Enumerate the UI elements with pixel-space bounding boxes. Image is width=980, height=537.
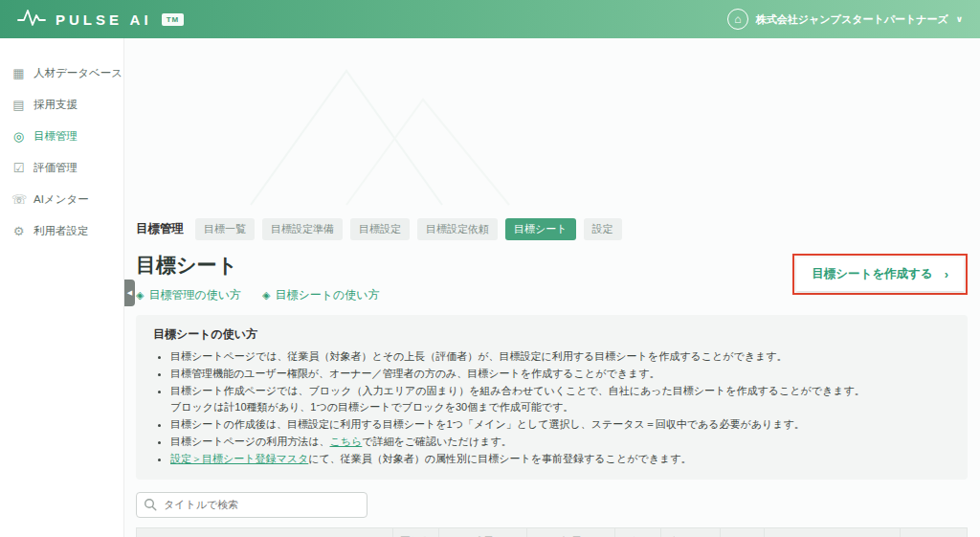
chevron-down-icon: ∨	[956, 14, 963, 24]
diamond-icon: ◈	[262, 289, 270, 302]
company-name: 株式会社ジャンプスタートパートナーズ	[756, 12, 948, 27]
info-bullet-line2: ブロックは計10種類があり、1つの目標シートでブロックを30個まで作成可能です。	[170, 399, 950, 416]
sidebar: ▦ 人材データベース ▤ 採用支援 ◎ 目標管理 ☑ 評価管理 ☏ AIメンター…	[0, 38, 124, 537]
col-action: アクション	[765, 527, 901, 537]
table-header-row: タイトル▼ 回答数 作成日▼ 更新日▼ 編集 プレビュー メイン アクション ス…	[137, 527, 968, 537]
col-title[interactable]: タイトル▼	[137, 527, 393, 537]
kochira-link[interactable]: こちら	[330, 436, 363, 447]
info-bullet: 目標シートページの利用方法は、こちらで詳細をご確認いただけます。	[170, 434, 950, 451]
tab-goal-sheet[interactable]: 目標シート	[505, 218, 576, 240]
tab-goal-list[interactable]: 目標一覧	[195, 218, 255, 240]
help-links: ◈ 目標管理の使い方 ◈ 目標シートの使い方	[136, 287, 380, 303]
section-label: 目標管理	[136, 221, 184, 237]
breadcrumb: 目標管理 目標一覧 目標設定準備 目標設定 目標設定依頼 目標シート 設定	[136, 218, 968, 240]
info-bullet: 目標シートページでは、従業員（対象者）とその上長（評価者）が、目標設定に利用する…	[170, 348, 950, 366]
home-icon: ⌂	[727, 9, 748, 30]
sidebar-collapse-handle[interactable]: ◀	[124, 280, 135, 306]
search-row	[136, 492, 368, 518]
tab-goal-setting[interactable]: 目標設定	[350, 218, 410, 240]
app-root: PULSE AI TM ⌂ 株式会社ジャンプスタートパートナーズ ∨ ▦ 人材デ…	[0, 0, 980, 537]
sidebar-item-recruiting[interactable]: ▤ 採用支援	[0, 89, 123, 121]
info-bullet-list: 目標シートページでは、従業員（対象者）とその上長（評価者）が、目標設定に利用する…	[170, 348, 950, 468]
sidebar-item-user-settings[interactable]: ⚙ 利用者設定	[0, 215, 123, 247]
diamond-icon: ◈	[136, 289, 144, 302]
top-bar: PULSE AI TM ⌂ 株式会社ジャンプスタートパートナーズ ∨	[0, 0, 980, 38]
database-icon: ▦	[11, 66, 26, 80]
body-wrap: ▦ 人材データベース ▤ 採用支援 ◎ 目標管理 ☑ 評価管理 ☏ AIメンター…	[0, 38, 980, 537]
create-sheet-button[interactable]: 目標シートを作成する ›	[796, 257, 964, 291]
info-bullet: 目標管理機能のユーザー権限が、オーナー／管理者の方のみ、目標シートを作成すること…	[170, 366, 950, 383]
sidebar-item-label: 利用者設定	[33, 224, 89, 238]
search-input[interactable]	[136, 492, 368, 518]
col-updated[interactable]: 更新日▼	[527, 527, 615, 537]
tab-goal-setup-prep[interactable]: 目標設定準備	[262, 218, 343, 240]
sidebar-item-label: 目標管理	[33, 129, 78, 144]
sidebar-item-goal-management[interactable]: ◎ 目標管理	[0, 121, 123, 152]
collapse-arrow-icon: ◀	[127, 289, 132, 297]
col-main: メイン	[721, 527, 765, 537]
account-menu[interactable]: ⌂ 株式会社ジャンプスタートパートナーズ ∨	[727, 9, 963, 30]
chevron-right-icon: ›	[945, 267, 948, 281]
info-bullet: 目標シートの作成後は、目標設定に利用する目標シートを1つ「メイン」として選択し、…	[170, 416, 950, 434]
evaluation-icon: ☑	[11, 161, 26, 175]
tab-goal-setting-request[interactable]: 目標設定依頼	[417, 218, 498, 240]
col-preview: プレビュー	[661, 527, 721, 537]
highlight-annotation: 目標シートを作成する ›	[792, 254, 968, 295]
sidebar-item-hr-database[interactable]: ▦ 人材データベース	[0, 57, 123, 89]
sidebar-item-label: 採用支援	[33, 98, 78, 112]
info-bullet: 設定＞目標シート登録マスタにて、従業員（対象者）の属性別に目標シートを事前登録す…	[170, 451, 950, 468]
title-row: 目標シート ◈ 目標管理の使い方 ◈ 目標シートの使い方	[136, 252, 968, 303]
tm-badge: TM	[162, 13, 185, 26]
sidebar-item-label: 評価管理	[33, 161, 78, 175]
title-block: 目標シート ◈ 目標管理の使い方 ◈ 目標シートの使い方	[136, 252, 380, 303]
pulse-logo-icon	[17, 7, 46, 32]
sidebar-item-ai-mentor[interactable]: ☏ AIメンター	[0, 184, 123, 215]
recruit-icon: ▤	[11, 98, 26, 112]
info-box-title: 目標シートの使い方	[153, 326, 950, 343]
usage-info-box: 目標シートの使い方 目標シートページでは、従業員（対象者）とその上長（評価者）が…	[136, 315, 968, 480]
mentor-icon: ☏	[11, 192, 26, 207]
sidebar-item-label: AIメンター	[33, 192, 89, 207]
page-title: 目標シート	[136, 252, 380, 279]
main-content: 目標管理 目標一覧 目標設定準備 目標設定 目標設定依頼 目標シート 設定 目標…	[124, 38, 980, 537]
help-link-goal-management[interactable]: ◈ 目標管理の使い方	[136, 287, 241, 303]
sidebar-item-evaluation[interactable]: ☑ 評価管理	[0, 152, 123, 184]
help-link-goal-sheet[interactable]: ◈ 目標シートの使い方	[262, 287, 380, 303]
logo-text: PULSE AI	[56, 11, 152, 28]
gear-icon: ⚙	[11, 224, 26, 238]
brand-logo[interactable]: PULSE AI TM	[17, 7, 184, 32]
col-answers: 回答数	[393, 527, 439, 537]
background-pattern	[136, 52, 519, 214]
search-icon	[144, 498, 157, 515]
col-edit: 編集	[615, 527, 661, 537]
col-created[interactable]: 作成日▼	[439, 527, 527, 537]
sheet-register-master-link[interactable]: 設定＞目標シート登録マスタ	[170, 453, 308, 464]
info-bullet: 目標シート作成ページでは、ブロック（入力エリアの固まり）を組み合わせていくことで…	[170, 383, 950, 417]
target-icon: ◎	[11, 129, 26, 144]
sidebar-item-label: 人材データベース	[33, 66, 122, 80]
col-status: ステータス	[901, 527, 968, 537]
goal-sheet-table: タイトル▼ 回答数 作成日▼ 更新日▼ 編集 プレビュー メイン アクション ス…	[136, 527, 968, 537]
tab-settings[interactable]: 設定	[584, 218, 622, 240]
